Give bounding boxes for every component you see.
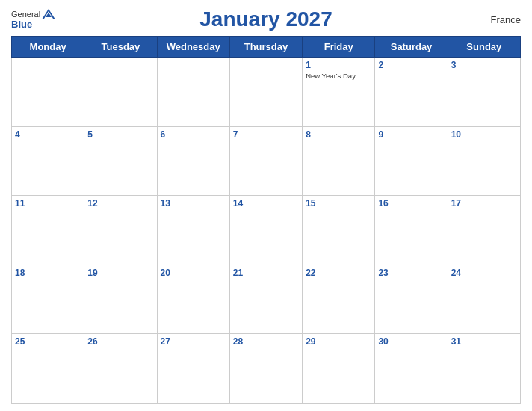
day-number: 22: [306, 268, 371, 278]
day-number: 19: [87, 268, 153, 278]
calendar-cell: 5: [84, 126, 157, 196]
logo: General Blue: [11, 9, 55, 30]
day-number: 3: [451, 60, 517, 70]
calendar-week-5: 25262728293031: [12, 334, 521, 404]
calendar-table: MondayTuesdayWednesdayThursdayFridaySatu…: [11, 36, 521, 404]
day-number: 25: [15, 336, 81, 347]
day-number: 31: [451, 336, 517, 347]
day-number: 14: [233, 198, 299, 208]
day-number: 9: [378, 129, 444, 140]
day-number: 4: [15, 129, 81, 140]
calendar-cell: 17: [448, 196, 520, 265]
day-number: 20: [161, 268, 226, 278]
calendar-cell: 16: [375, 196, 448, 265]
day-number: 5: [87, 129, 153, 140]
calendar-cell: 14: [229, 196, 302, 265]
day-number: 23: [378, 268, 444, 278]
day-number: 29: [306, 336, 371, 347]
calendar-week-4: 18192021222324: [12, 265, 521, 334]
logo-general-text: General: [11, 10, 40, 19]
calendar-header: General Blue January 2027 France: [11, 7, 521, 31]
day-number: 24: [451, 268, 517, 278]
calendar-cell: 29: [303, 334, 375, 404]
calendar-cell: 22: [303, 265, 375, 334]
day-number: 18: [15, 268, 81, 278]
calendar-cell: 18: [12, 265, 84, 334]
calendar-cell: 6: [157, 126, 229, 196]
weekday-header-wednesday: Wednesday: [157, 37, 229, 58]
day-number: 26: [87, 336, 153, 347]
calendar-cell: 10: [448, 126, 520, 196]
day-number: 6: [161, 129, 226, 140]
weekday-header-friday: Friday: [303, 37, 375, 58]
logo-blue-text: Blue: [11, 19, 32, 30]
day-number: 17: [451, 198, 517, 208]
calendar-cell: 19: [84, 265, 157, 334]
day-number: 30: [378, 336, 444, 347]
country-label: France: [491, 14, 521, 25]
calendar-cell: 21: [229, 265, 302, 334]
calendar-week-2: 45678910: [12, 126, 521, 196]
calendar-cell: [157, 58, 229, 127]
day-number: 8: [306, 129, 371, 140]
day-number: 10: [451, 129, 517, 140]
calendar-cell: 8: [303, 126, 375, 196]
day-number: 16: [378, 198, 444, 208]
day-number: 13: [161, 198, 226, 208]
calendar-cell: 24: [448, 265, 520, 334]
calendar-cell: 23: [375, 265, 448, 334]
day-number: 2: [378, 60, 444, 70]
calendar-cell: [229, 58, 302, 127]
calendar-cell: 9: [375, 126, 448, 196]
calendar-week-1: 1New Year's Day23: [12, 58, 521, 127]
day-number: 12: [87, 198, 153, 208]
day-number: 7: [233, 129, 299, 140]
calendar-cell: 26: [84, 334, 157, 404]
calendar-cell: 12: [84, 196, 157, 265]
calendar-cell: 25: [12, 334, 84, 404]
calendar-cell: 15: [303, 196, 375, 265]
weekday-header-monday: Monday: [12, 37, 84, 58]
calendar-cell: 31: [448, 334, 520, 404]
weekday-header-sunday: Sunday: [448, 37, 520, 58]
weekday-header-thursday: Thursday: [229, 37, 302, 58]
weekday-header-tuesday: Tuesday: [84, 37, 157, 58]
weekday-header-row: MondayTuesdayWednesdayThursdayFridaySatu…: [12, 37, 521, 58]
page-title: January 2027: [200, 7, 332, 31]
calendar-cell: [12, 58, 84, 127]
calendar-cell: 20: [157, 265, 229, 334]
calendar-cell: 2: [375, 58, 448, 127]
day-number: 15: [306, 198, 371, 208]
weekday-header-saturday: Saturday: [375, 37, 448, 58]
calendar-week-3: 11121314151617: [12, 196, 521, 265]
day-number: 21: [233, 268, 299, 278]
logo-icon: [42, 9, 55, 19]
calendar-cell: 3: [448, 58, 520, 127]
calendar-cell: 4: [12, 126, 84, 196]
calendar-cell: [84, 58, 157, 127]
day-number: 1: [306, 60, 371, 70]
calendar-cell: 28: [229, 334, 302, 404]
holiday-label: New Year's Day: [306, 72, 371, 80]
day-number: 27: [161, 336, 226, 347]
day-number: 11: [15, 198, 81, 208]
calendar-cell: 30: [375, 334, 448, 404]
calendar-cell: 1New Year's Day: [303, 58, 375, 127]
calendar-cell: 27: [157, 334, 229, 404]
day-number: 28: [233, 336, 299, 347]
calendar-cell: 7: [229, 126, 302, 196]
calendar-cell: 13: [157, 196, 229, 265]
calendar-cell: 11: [12, 196, 84, 265]
